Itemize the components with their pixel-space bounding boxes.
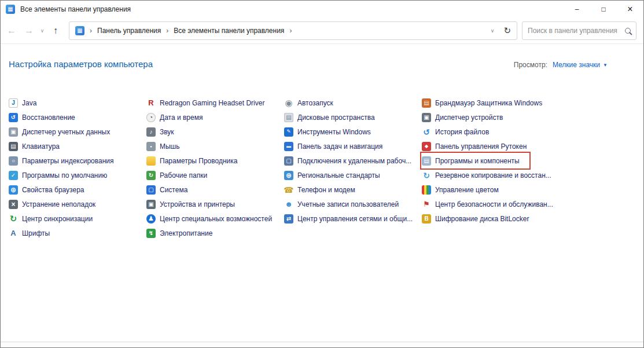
sync-center-icon: ↻ <box>9 214 18 224</box>
control-panel-item[interactable]: ☎Телефон и модем <box>284 182 358 197</box>
breadcrumb-item[interactable]: Все элементы панели управления <box>174 27 284 35</box>
item-label: Звук <box>160 128 174 136</box>
item-label: Устранение неполадок <box>22 200 95 208</box>
date-time-icon: ◔ <box>146 113 156 122</box>
item-label: Параметры Проводника <box>160 157 237 165</box>
control-panel-item[interactable]: ◔Дата и время <box>146 110 205 124</box>
control-panel-item[interactable]: ×Устранение неполадок <box>9 197 98 211</box>
item-label: Диспетчер учетных данных <box>22 128 110 136</box>
item-label: Шифрование диска BitLocker <box>435 215 529 223</box>
control-panel-item[interactable]: ↻Резервное копирование и восстан... <box>422 168 554 182</box>
control-panel-item[interactable]: ⊕Региональные стандарты <box>284 168 382 182</box>
item-label: Электропитание <box>160 229 212 237</box>
item-label: Redragon Gaming Headset Driver <box>160 99 264 107</box>
taskbar-navigation-icon: ▬ <box>284 142 293 151</box>
control-panel-item[interactable]: ▣Устройства и принтеры <box>146 197 237 211</box>
minimize-button[interactable]: – <box>564 1 590 17</box>
control-panel-item[interactable]: ⇄Центр управления сетями и общи... <box>284 211 415 226</box>
item-label: Диспетчер устройств <box>435 113 503 122</box>
control-panel-item[interactable]: ♟Центр специальных возможностей <box>146 211 274 226</box>
internet-options-icon: ⊕ <box>9 185 18 195</box>
control-panel-item[interactable]: ♪Звук <box>146 124 176 139</box>
control-panel-item[interactable]: ✓Программы по умолчанию <box>9 168 109 182</box>
control-panel-item[interactable]: ◆Панель управления Рутокен <box>422 139 529 153</box>
bitlocker-icon: B <box>422 214 431 224</box>
control-panel-item[interactable]: ↺История файлов <box>422 124 491 139</box>
breadcrumb-item[interactable]: Панель управления <box>97 27 161 35</box>
page-title: Настройка параметров компьютера <box>9 59 153 69</box>
page-header: Настройка параметров компьютера Просмотр… <box>9 59 643 69</box>
work-folders-icon: ↻ <box>146 171 156 180</box>
control-panel-item[interactable]: ↻Центр синхронизации <box>9 211 95 226</box>
items-column: RRedragon Gaming Headset Driver◔Дата и в… <box>146 96 284 240</box>
control-panel-item[interactable]: ⚑Центр безопасности и обслуживан... <box>422 197 555 211</box>
view-value: Мелкие значки <box>553 61 600 69</box>
up-button[interactable]: ↑ <box>47 22 64 39</box>
color-management-icon <box>422 185 431 195</box>
control-panel-item[interactable]: BШифрование диска BitLocker <box>422 211 531 226</box>
control-panel-item[interactable]: ✎Инструменты Windows <box>284 124 373 139</box>
troubleshooting-icon: × <box>9 200 18 209</box>
item-label: Java <box>22 99 36 107</box>
item-label: Свойства браузера <box>22 186 84 194</box>
fonts-icon: A <box>9 229 18 238</box>
search-input[interactable] <box>528 27 625 35</box>
item-label: Устройства и принтеры <box>160 200 235 208</box>
control-panel-item[interactable]: Параметры Проводника <box>146 153 240 168</box>
power-options-icon: ↯ <box>146 229 156 238</box>
control-panel-item[interactable]: AШрифты <box>9 226 52 240</box>
item-label: Брандмауэр Защитника Windows <box>435 99 542 107</box>
system-icon: ▢ <box>146 185 156 195</box>
forward-button[interactable]: → <box>20 22 38 39</box>
breadcrumb-separator-icon: › <box>289 27 292 35</box>
item-label: Панель задач и навигация <box>297 142 382 151</box>
control-panel-window: ▦ Все элементы панели управления – □ × ←… <box>0 0 644 348</box>
address-bar[interactable]: ▦ ›Панель управления›Все элементы панели… <box>69 21 517 40</box>
item-label: Резервное копирование и восстан... <box>435 171 551 180</box>
control-panel-item[interactable]: ↺Восстановление <box>9 110 78 124</box>
recovery-icon: ↺ <box>9 113 18 122</box>
item-label: Управление цветом <box>435 186 499 194</box>
search-icon[interactable] <box>625 28 631 34</box>
control-panel-item[interactable]: ▢Система <box>146 182 190 197</box>
control-panel-item[interactable]: JJava <box>9 96 39 110</box>
control-panel-item[interactable]: ☻Учетные записи пользователей <box>284 197 401 211</box>
control-panel-item[interactable]: ◉Автозапуск <box>284 96 336 110</box>
control-panel-item[interactable]: ▬Панель задач и навигация <box>284 139 385 153</box>
java-icon: J <box>9 98 18 108</box>
item-label: Подключения к удаленным рабоч... <box>297 157 411 165</box>
back-button[interactable]: ← <box>3 22 20 39</box>
item-label: Центр управления сетями и общи... <box>297 215 413 223</box>
view-dropdown[interactable]: Мелкие значки ▼ <box>553 61 608 69</box>
autoplay-icon: ◉ <box>284 98 293 108</box>
keyboard-icon: ▤ <box>9 142 18 151</box>
control-panel-item[interactable]: ⊕Свойства браузера <box>9 182 87 197</box>
close-button[interactable]: × <box>617 1 643 17</box>
items-grid: JJava↺Восстановление▣Диспетчер учетных д… <box>9 96 643 240</box>
address-dropdown-button[interactable]: ∨ <box>491 28 495 34</box>
programs-and-features-icon: ▤ <box>422 156 431 166</box>
control-panel-item[interactable]: ○Параметры индексирования <box>9 153 116 168</box>
maximize-button[interactable]: □ <box>590 1 617 17</box>
control-panel-item[interactable]: RRedragon Gaming Headset Driver <box>146 96 267 110</box>
control-panel-item[interactable]: ↻Рабочие папки <box>146 168 209 182</box>
item-label: Автозапуск <box>297 99 333 107</box>
control-panel-item[interactable]: ▤Клавиатура <box>9 139 62 153</box>
recent-locations-button[interactable]: ∨ <box>38 22 47 39</box>
control-panel-item[interactable]: ▤Программы и компоненты <box>422 153 529 168</box>
control-panel-item[interactable]: ↯Электропитание <box>146 226 215 240</box>
control-panel-item[interactable]: ▤Дисковые пространства <box>284 110 377 124</box>
control-panel-item[interactable]: ▢Подключения к удаленным рабоч... <box>284 153 414 168</box>
device-manager-icon: ▣ <box>422 113 431 122</box>
mouse-icon: ● <box>146 142 156 151</box>
control-panel-item[interactable]: Управление цветом <box>422 182 501 197</box>
item-label: Программы по умолчанию <box>22 171 107 180</box>
network-sharing-icon: ⇄ <box>284 214 293 224</box>
control-panel-item[interactable]: ●Мышь <box>146 139 182 153</box>
chevron-down-icon: ▼ <box>603 63 608 68</box>
control-panel-item[interactable]: ▤Брандмауэр Защитника Windows <box>422 96 544 110</box>
control-panel-item[interactable]: ▣Диспетчер устройств <box>422 110 505 124</box>
phone-modem-icon: ☎ <box>284 185 293 195</box>
refresh-button[interactable]: ↻ <box>503 25 511 36</box>
control-panel-item[interactable]: ▣Диспетчер учетных данных <box>9 124 112 139</box>
